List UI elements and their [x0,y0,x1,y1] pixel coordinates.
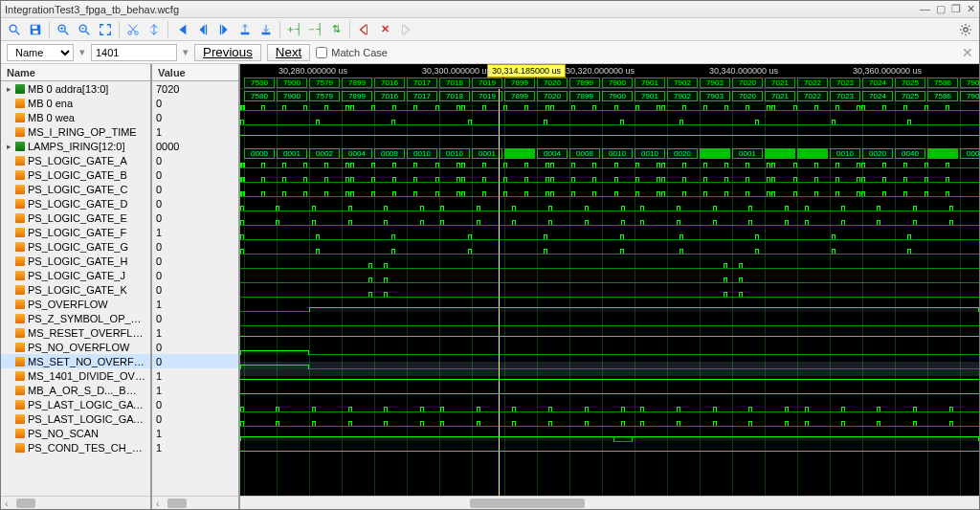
signal-value-cell[interactable]: 0 [152,182,238,196]
signal-value-cell[interactable]: 1 [152,325,238,340]
waveform-row[interactable] [240,390,979,405]
waveform-row[interactable]: 7580790075797899701670177018701978997020… [240,89,979,103]
signal-value-cell[interactable]: 0000 [152,139,238,153]
signal-value-cell[interactable]: 0 [152,311,238,325]
values-hscroll[interactable]: ‹ [152,496,238,509]
waveform-row[interactable] [240,233,979,247]
next-marker-icon[interactable] [396,20,415,39]
find-next-button[interactable]: Next [267,44,310,61]
signal-name-row[interactable]: PS_LAST_LOGIC_GATE_1 [1,397,150,411]
signal-value-cell[interactable]: 0 [152,397,238,411]
signal-value-cell[interactable]: 1 [152,368,238,383]
find-scope-select[interactable]: Name [7,44,74,61]
signal-value-cell[interactable]: 0 [152,96,238,110]
delete-icon[interactable]: ✕ [375,20,394,39]
signal-name-row[interactable]: PS_LAST_LOGIC_GATE_2 [1,411,150,426]
signal-value-cell[interactable]: 0 [152,411,238,426]
settings-icon[interactable] [956,20,975,39]
minimize-icon[interactable]: — [920,3,930,15]
signal-value-cell[interactable]: 1 [152,124,238,139]
signal-value-cell[interactable]: 0 [152,167,238,182]
signal-name-row[interactable]: MS_RESET_OVERFLOW [1,325,150,340]
signal-name-row[interactable]: PS_LOGIC_GATE_K [1,282,150,297]
add-signal-icon[interactable]: ＋┤ [284,20,303,39]
collapse-icon[interactable] [145,20,164,39]
waveform-row[interactable]: 00000001000200040008001000100001..000400… [240,146,979,161]
waveform-row[interactable] [240,132,979,146]
zoom-in-icon[interactable] [54,20,73,39]
signal-name-row[interactable]: MB 0 ena [1,96,150,110]
save-icon[interactable] [26,20,45,39]
signal-value-cell[interactable]: 1 [152,225,238,239]
remove-signal-icon[interactable]: －┤ [305,20,324,39]
signal-name-row[interactable]: PS_LOGIC_GATE_H [1,254,150,268]
waveform-row[interactable] [240,218,979,233]
time-ruler[interactable]: 30,314.185000 us 30,280.000000 us30,300.… [240,64,979,89]
signal-value-cell[interactable]: 0 [152,268,238,282]
names-hscroll[interactable]: ‹ [1,496,150,509]
waveform-row[interactable] [240,405,979,419]
waveform-row[interactable] [240,304,979,319]
signal-name-row[interactable]: PS_LOGIC_GATE_A [1,153,150,167]
cursor-line[interactable] [499,89,500,496]
signal-name-row[interactable]: MS_I_RING_OP_TIME [1,124,150,139]
match-case-checkbox[interactable]: Match Case [316,47,388,58]
signal-name-row[interactable]: PS_LOGIC_GATE_B [1,167,150,182]
signal-value-cell[interactable]: 0 [152,196,238,211]
waveform-row[interactable] [240,103,979,118]
signal-value-cell[interactable]: 0 [152,340,238,354]
waveform-row[interactable] [240,433,979,448]
goto-start-icon[interactable] [172,20,191,39]
waveform-row[interactable] [240,362,979,376]
prev-marker-icon[interactable] [354,20,373,39]
prev-edge-icon[interactable] [193,20,212,39]
signal-name-row[interactable]: PS_LOGIC_GATE_F [1,225,150,239]
signal-name-row[interactable]: PS_Z_SYMBOL_OP_MODIFIER [1,311,150,325]
waveform-row[interactable] [240,247,979,261]
cut-icon[interactable] [123,20,143,39]
swap-icon[interactable]: ⇅ [326,20,345,39]
signal-value-cell[interactable]: 0 [152,153,238,167]
remove-marker-icon[interactable] [256,20,276,39]
waveform-row[interactable] [240,448,979,462]
signal-value-cell[interactable]: 1 [152,383,238,397]
signal-value-cell[interactable]: 0 [152,239,238,254]
next-edge-icon[interactable] [214,20,234,39]
waveform-row[interactable] [240,347,979,362]
waveform-row[interactable] [240,319,979,333]
signal-name-row[interactable]: ▸LAMPS_IRING[12:0] [1,139,150,153]
signal-name-row[interactable]: PS_COND_TES_CH_OP_CODE [1,440,150,455]
signal-value-cell[interactable]: 7020 [152,81,238,96]
signal-name-row[interactable]: PS_LOGIC_GATE_D [1,196,150,211]
signal-value-cell[interactable]: 0 [152,110,238,124]
restore-icon[interactable]: ❐ [951,3,961,15]
signal-name-row[interactable]: PS_NO_SCAN [1,426,150,440]
waveform-row[interactable] [240,276,979,290]
signal-name-row[interactable]: PS_LOGIC_GATE_C [1,182,150,196]
signal-name-row[interactable]: MB_A_OR_S_D..._BW_DOT_RC [1,383,150,397]
signal-name-row[interactable]: ▸MB 0 addra[13:0] [1,81,150,96]
match-case-input[interactable] [316,47,327,58]
waveform-row[interactable] [240,175,979,189]
findbar-close-icon[interactable]: ✕ [962,45,973,60]
waveform-row[interactable] [240,118,979,132]
signal-name-row[interactable]: PS_LOGIC_GATE_J [1,268,150,282]
signal-name-row[interactable]: PS_LOGIC_GATE_E [1,211,150,225]
signal-value-cell[interactable]: 0 [152,211,238,225]
waveform-row[interactable] [240,290,979,304]
signal-value-cell[interactable]: 1 [152,297,238,311]
waveform-row[interactable] [240,376,979,390]
waveform-row[interactable] [240,161,979,175]
search-icon[interactable] [5,20,24,39]
signal-name-row[interactable]: MB 0 wea [1,110,150,124]
signal-value-cell[interactable]: 1 [152,440,238,455]
signal-value-cell[interactable]: 0 [152,254,238,268]
waveform-hscroll[interactable] [240,496,979,509]
waveform-row[interactable] [240,419,979,433]
add-marker-icon[interactable] [235,20,255,39]
signal-value-cell[interactable]: 0 [152,282,238,297]
close-icon[interactable]: ✕ [967,3,975,15]
signal-name-row[interactable]: PS_LOGIC_GATE_G [1,239,150,254]
signal-name-row[interactable]: PS_OVERFLOW [1,297,150,311]
waveform-row[interactable] [240,333,979,347]
